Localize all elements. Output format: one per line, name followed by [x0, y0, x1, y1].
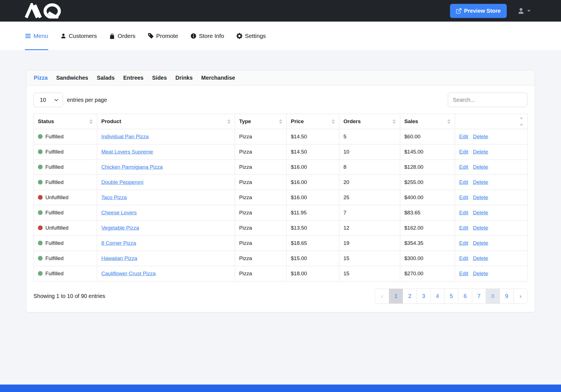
price-cell: $14.50 — [287, 144, 339, 160]
product-link[interactable]: Double Pepperoni — [101, 179, 143, 185]
edit-link[interactable]: Edit — [459, 210, 468, 216]
product-link[interactable]: Hawaiian Pizza — [101, 255, 137, 261]
status-cell: Fulfilled — [34, 129, 97, 144]
delete-link[interactable]: Delete — [473, 225, 488, 231]
delete-link[interactable]: Delete — [473, 240, 488, 246]
sort-icon[interactable] — [89, 119, 93, 124]
delete-link[interactable]: Delete — [473, 210, 488, 216]
sort-icon[interactable] — [227, 119, 231, 124]
nav-item-orders[interactable]: Orders — [109, 22, 135, 50]
pagination-page-1[interactable]: 1 — [389, 289, 403, 303]
products-table: StatusProductTypePriceOrdersSales Fulfil… — [33, 114, 528, 281]
status-cell: Unfulfilled — [34, 190, 97, 205]
sort-icon[interactable] — [447, 119, 451, 124]
column-header-orders: Orders — [339, 114, 400, 129]
edit-link[interactable]: Edit — [459, 255, 468, 261]
delete-link[interactable]: Delete — [473, 164, 488, 170]
table-row: FulfilledMeat Lovers SupremePizza$14.501… — [34, 144, 528, 160]
product-link[interactable]: Chicken Parmigiana Pizza — [101, 164, 163, 170]
delete-link[interactable]: Delete — [473, 255, 488, 261]
user-menu[interactable] — [517, 7, 531, 15]
type-cell: Pizza — [235, 160, 287, 175]
pagination-page-3[interactable]: 3 — [417, 289, 430, 303]
product-link[interactable]: Vegetable Pizza — [101, 225, 139, 231]
pagination-page-2[interactable]: 2 — [403, 289, 417, 303]
delete-link[interactable]: Delete — [473, 149, 488, 155]
search-input[interactable] — [448, 93, 528, 107]
nav-item-label: Customers — [69, 33, 97, 39]
sales-cell: $83.65 — [400, 205, 455, 220]
product-link[interactable]: Cheese Lovers — [101, 210, 137, 216]
sort-icon[interactable] — [392, 119, 396, 124]
nav-item-menu[interactable]: Menu — [25, 22, 48, 50]
edit-link[interactable]: Edit — [459, 164, 468, 170]
pagination-next[interactable]: › — [513, 289, 527, 303]
status-dot — [38, 195, 43, 200]
sales-cell: $354.35 — [400, 236, 455, 251]
table-row: FulfilledDouble PepperoniPizza$16.0020$2… — [34, 175, 528, 190]
pagination-page-9[interactable]: 9 — [500, 289, 513, 303]
tab-salads[interactable]: Salads — [97, 75, 115, 81]
edit-link[interactable]: Edit — [459, 240, 468, 246]
status-cell: Fulfilled — [34, 236, 97, 251]
product-link[interactable]: Individual Pan Pizza — [101, 134, 149, 139]
pagination-prev[interactable]: ‹ — [375, 289, 389, 303]
edit-link[interactable]: Edit — [459, 149, 468, 155]
nav-item-settings[interactable]: Settings — [236, 22, 266, 50]
main-nav: MenuCustomersOrdersPromoteStore InfoSett… — [0, 22, 561, 50]
pagination: ‹123456789› — [375, 289, 528, 304]
bag-icon — [109, 33, 115, 39]
nav-item-customers[interactable]: Customers — [60, 22, 97, 50]
status-cell: Fulfilled — [34, 205, 97, 220]
pagination-page-8[interactable]: 8 — [486, 289, 500, 303]
hamburger-icon — [25, 33, 31, 39]
nav-item-store-info[interactable]: Store Info — [190, 22, 224, 50]
type-cell: Pizza — [235, 144, 287, 160]
orders-cell: 20 — [339, 175, 400, 190]
sort-icon[interactable] — [279, 119, 282, 124]
delete-link[interactable]: Delete — [473, 179, 488, 185]
orders-cell: 15 — [339, 251, 400, 266]
product-link[interactable]: Taco Pizza — [101, 194, 127, 200]
tab-merchandise[interactable]: Merchandise — [201, 75, 235, 81]
entries-select[interactable]: 10 — [33, 93, 63, 107]
nav-item-label: Promote — [156, 33, 178, 39]
tab-sandwiches[interactable]: Sandwiches — [56, 75, 88, 81]
type-cell: Pizza — [235, 251, 287, 266]
status-dot — [38, 149, 43, 154]
tab-drinks[interactable]: Drinks — [175, 75, 193, 81]
tab-pizza[interactable]: Pizza — [34, 75, 48, 81]
status-cell: Unfulfilled — [34, 220, 97, 236]
product-link[interactable]: Cauliflower Crust Pizza — [101, 271, 156, 276]
sort-icon[interactable] — [332, 119, 335, 124]
pagination-page-7[interactable]: 7 — [472, 289, 486, 303]
sales-cell: $300.00 — [400, 251, 455, 266]
nav-item-promote[interactable]: Promote — [148, 22, 178, 50]
tab-entrees[interactable]: Entrees — [123, 75, 143, 81]
sort-icon[interactable] — [520, 118, 523, 125]
pagination-page-4[interactable]: 4 — [430, 289, 444, 303]
preview-store-button[interactable]: Preview Store — [450, 4, 507, 18]
product-cell: Taco Pizza — [97, 190, 235, 205]
type-cell: Pizza — [235, 236, 287, 251]
delete-link[interactable]: Delete — [473, 134, 488, 139]
product-link[interactable]: 8 Corner Pizza — [101, 240, 136, 246]
pagination-page-6[interactable]: 6 — [458, 289, 472, 303]
column-header-product: Product — [97, 114, 235, 129]
card-body: 10 entries per page StatusProductTypePri… — [26, 85, 535, 312]
status-dot — [38, 256, 43, 261]
edit-link[interactable]: Edit — [459, 225, 468, 231]
pagination-page-5[interactable]: 5 — [444, 289, 458, 303]
edit-link[interactable]: Edit — [459, 271, 468, 276]
edit-link[interactable]: Edit — [459, 194, 468, 200]
sales-cell: $162.00 — [400, 220, 455, 236]
product-link[interactable]: Meat Lovers Supreme — [101, 149, 153, 155]
delete-link[interactable]: Delete — [473, 271, 488, 276]
edit-link[interactable]: Edit — [459, 179, 468, 185]
nav-item-label: Orders — [118, 33, 135, 39]
delete-link[interactable]: Delete — [473, 194, 488, 200]
edit-link[interactable]: Edit — [459, 134, 468, 139]
status-dot — [38, 210, 43, 215]
type-cell: Pizza — [235, 205, 287, 220]
tab-sides[interactable]: Sides — [152, 75, 167, 81]
